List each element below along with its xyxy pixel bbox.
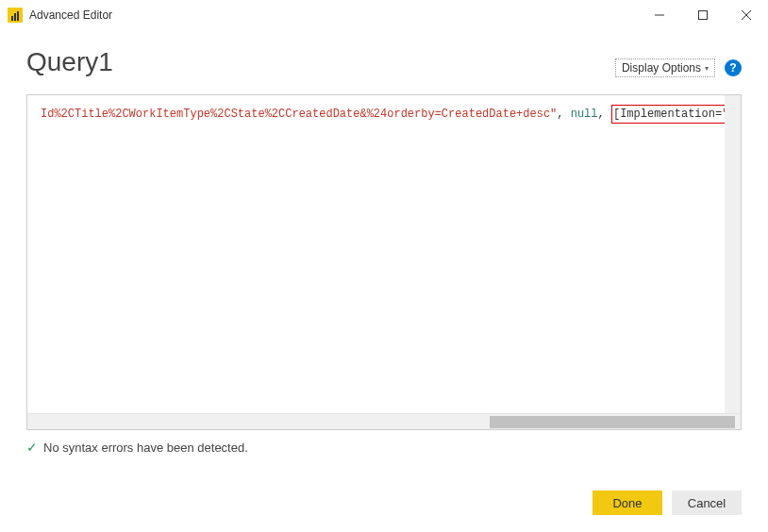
code-implementation-key: Implementation bbox=[620, 108, 715, 121]
window-title: Advanced Editor bbox=[29, 8, 112, 22]
status-row: ✓ No syntax errors have been detected. bbox=[26, 440, 742, 455]
maximize-button[interactable] bbox=[681, 0, 725, 30]
code-comma: , bbox=[557, 108, 570, 121]
check-icon: ✓ bbox=[26, 440, 38, 455]
cancel-button[interactable]: Cancel bbox=[672, 490, 742, 515]
done-button[interactable]: Done bbox=[593, 490, 662, 515]
button-row: Done Cancel bbox=[593, 490, 742, 515]
status-message: No syntax errors have been detected. bbox=[43, 441, 248, 455]
close-button[interactable] bbox=[725, 0, 768, 30]
code-null-keyword: null bbox=[571, 108, 598, 121]
minimize-button[interactable] bbox=[638, 0, 681, 30]
header-right: Display Options ▾ ? bbox=[615, 58, 742, 77]
code-content: Id%2CTitle%2CWorkItemType%2CState%2CCrea… bbox=[27, 95, 741, 133]
titlebar: Advanced Editor bbox=[0, 0, 768, 30]
content-area: Query1 Display Options ▾ ? Id%2CTitle%2C… bbox=[0, 30, 768, 455]
chevron-down-icon: ▾ bbox=[705, 64, 709, 73]
app-icon bbox=[8, 8, 23, 23]
query-name: Query1 bbox=[26, 47, 113, 77]
header-row: Query1 Display Options ▾ ? bbox=[26, 47, 742, 77]
horizontal-scrollbar[interactable] bbox=[27, 413, 741, 429]
display-options-label: Display Options bbox=[622, 61, 701, 75]
window-controls bbox=[638, 0, 768, 30]
svg-rect-1 bbox=[699, 11, 708, 20]
display-options-dropdown[interactable]: Display Options ▾ bbox=[615, 58, 715, 77]
code-comma: , bbox=[598, 108, 611, 121]
help-icon[interactable]: ? bbox=[725, 59, 742, 76]
highlighted-code: [Implementation="2.0"]) bbox=[611, 105, 742, 124]
horizontal-scrollbar-thumb[interactable] bbox=[490, 416, 735, 428]
code-string-fragment: Id%2CTitle%2CWorkItemType%2CState%2CCrea… bbox=[41, 108, 557, 121]
vertical-scrollbar[interactable] bbox=[725, 95, 741, 413]
code-editor[interactable]: Id%2CTitle%2CWorkItemType%2CState%2CCrea… bbox=[26, 94, 742, 430]
